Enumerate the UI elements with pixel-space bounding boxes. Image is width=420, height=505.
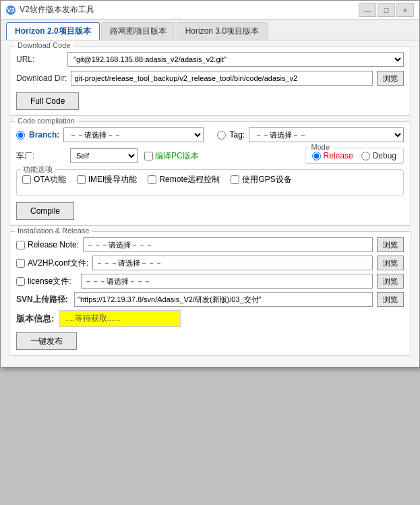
av2hp-checkbox[interactable]: [16, 259, 25, 268]
license-checkbox-label[interactable]: license文件:: [16, 276, 77, 287]
main-window: V2 V2软件版本发布工具 — □ × Horizon 2.0项目版本 路网图项…: [0, 0, 420, 367]
installation-release-section: Installation & Release Release Note: 浏览 …: [9, 231, 411, 356]
dir-input[interactable]: [71, 71, 373, 86]
version-value: ....等待获取......: [59, 310, 181, 327]
mode-options: Release Debug: [312, 151, 396, 160]
branch-radio[interactable]: [16, 131, 25, 140]
app-icon: V2: [6, 5, 16, 15]
remote-checkbox-label[interactable]: Remote远程控制: [148, 174, 220, 185]
av2hp-input[interactable]: [92, 256, 373, 270]
release-note-browse-button[interactable]: 浏览: [377, 237, 404, 252]
ota-checkbox[interactable]: [22, 175, 31, 184]
branch-label: Branch:: [29, 130, 59, 140]
svn-row: SVN上传路径: 浏览: [16, 292, 404, 307]
manufacturer-select[interactable]: Self: [70, 148, 138, 163]
publish-button[interactable]: 一键发布: [16, 332, 77, 350]
mode-box: Mode Release Debug: [305, 148, 404, 164]
dir-browse-button[interactable]: 浏览: [377, 71, 404, 86]
tag-label: Tag:: [230, 130, 245, 140]
svn-input[interactable]: [74, 292, 373, 307]
license-input[interactable]: [81, 274, 373, 289]
imei-label: IMEI慢导功能: [88, 174, 138, 185]
release-note-input[interactable]: [83, 237, 373, 252]
imei-checkbox-label[interactable]: IMEI慢导功能: [77, 174, 138, 185]
tab-bar: Horizon 2.0项目版本 路网图项目版本 Horizon 3.0项目版本: [1, 20, 419, 40]
code-compilation-section: Code compilation Branch: －－请选择－－ Tag: －－…: [9, 121, 411, 226]
full-code-button[interactable]: Full Code: [16, 92, 79, 110]
release-radio[interactable]: [312, 152, 321, 160]
version-info-row: 版本信息: ....等待获取......: [16, 310, 404, 327]
title-controls: — □ ×: [359, 3, 414, 17]
ota-label: OTA功能: [34, 174, 66, 185]
tab-roadmap[interactable]: 路网图项目版本: [101, 22, 175, 40]
gps-checkbox[interactable]: [231, 175, 239, 184]
av2hp-row: AV2HP.conf文件: 浏览: [16, 256, 404, 270]
av2hp-browse-button[interactable]: 浏览: [377, 256, 404, 270]
pc-version-label: 编译PC版本: [155, 150, 199, 162]
remote-label: Remote远程控制: [159, 174, 220, 185]
remote-checkbox[interactable]: [148, 175, 156, 184]
tab-horizon2[interactable]: Horizon 2.0项目版本: [6, 22, 100, 40]
imei-checkbox[interactable]: [77, 175, 86, 184]
release-note-checkbox-label[interactable]: Release Note:: [16, 240, 79, 249]
url-dropdown[interactable]: "git@192.168.135.88:adasis_v2/adasis_v2.…: [67, 52, 404, 67]
installation-release-title: Installation & Release: [15, 227, 92, 235]
tag-radio[interactable]: [217, 131, 226, 140]
window-title: V2软件版本发布工具: [20, 4, 94, 16]
svn-browse-button[interactable]: 浏览: [377, 292, 404, 307]
branch-select[interactable]: －－请选择－－: [63, 127, 203, 142]
release-label: Release: [324, 151, 353, 160]
av2hp-label: AV2HP.conf文件:: [28, 258, 88, 269]
download-code-title: Download Code: [15, 41, 73, 49]
debug-option[interactable]: Debug: [361, 151, 396, 160]
gps-checkbox-label[interactable]: 使用GPS设备: [231, 174, 291, 185]
license-row: license文件: 浏览: [16, 274, 404, 289]
url-label: URL:: [16, 55, 63, 64]
maximize-button[interactable]: □: [378, 3, 395, 17]
branch-tag-row: Branch: －－请选择－－ Tag: －－请选择－－: [16, 127, 404, 142]
debug-radio[interactable]: [361, 152, 370, 160]
tag-group: Tag: －－请选择－－: [217, 127, 404, 142]
tag-select[interactable]: －－请选择－－: [249, 127, 404, 142]
title-bar: V2 V2软件版本发布工具 — □ ×: [1, 1, 419, 20]
release-note-row: Release Note: 浏览: [16, 237, 404, 252]
debug-label: Debug: [373, 151, 396, 160]
release-option[interactable]: Release: [312, 151, 353, 160]
manufacturer-mode-row: 车厂: Self 编译PC版本 Mode Release: [16, 148, 404, 164]
gps-label: 使用GPS设备: [242, 174, 291, 185]
ota-checkbox-label[interactable]: OTA功能: [22, 174, 66, 185]
license-browse-button[interactable]: 浏览: [377, 274, 404, 289]
av2hp-checkbox-label[interactable]: AV2HP.conf文件:: [16, 258, 88, 269]
code-compilation-title: Code compilation: [15, 117, 78, 125]
download-code-section: Download Code URL: "git@192.168.135.88:a…: [9, 46, 411, 116]
features-box: 功能选项 OTA功能 IMEI慢导功能 Remote远程控制: [16, 169, 404, 196]
pc-version-checkbox[interactable]: [144, 152, 153, 160]
mode-title: Mode: [309, 143, 332, 151]
branch-group: Branch: －－请选择－－: [16, 127, 204, 142]
minimize-button[interactable]: —: [359, 3, 376, 17]
manufacturer-label: 车厂:: [16, 150, 63, 162]
pc-version-checkbox-label[interactable]: 编译PC版本: [144, 150, 199, 162]
svn-label: SVN上传路径:: [16, 294, 70, 305]
features-title: 功能选项: [21, 165, 55, 175]
license-checkbox[interactable]: [16, 277, 25, 286]
tab-horizon3[interactable]: Horizon 3.0项目版本: [177, 22, 268, 40]
version-label: 版本信息:: [16, 313, 54, 325]
title-bar-left: V2 V2软件版本发布工具: [6, 4, 94, 16]
dir-row: Download Dir: 浏览: [16, 71, 404, 86]
dir-label: Download Dir:: [16, 73, 67, 83]
close-button[interactable]: ×: [396, 3, 414, 17]
url-row: URL: "git@192.168.135.88:adasis_v2/adasi…: [16, 52, 404, 67]
main-content: Download Code URL: "git@192.168.135.88:a…: [1, 40, 419, 367]
license-label: license文件:: [28, 276, 71, 287]
features-checkboxes: OTA功能 IMEI慢导功能 Remote远程控制 使用GPS设备: [22, 174, 398, 185]
compile-button[interactable]: Compile: [16, 202, 74, 220]
release-note-checkbox[interactable]: [16, 241, 25, 249]
release-note-label: Release Note:: [28, 240, 79, 249]
